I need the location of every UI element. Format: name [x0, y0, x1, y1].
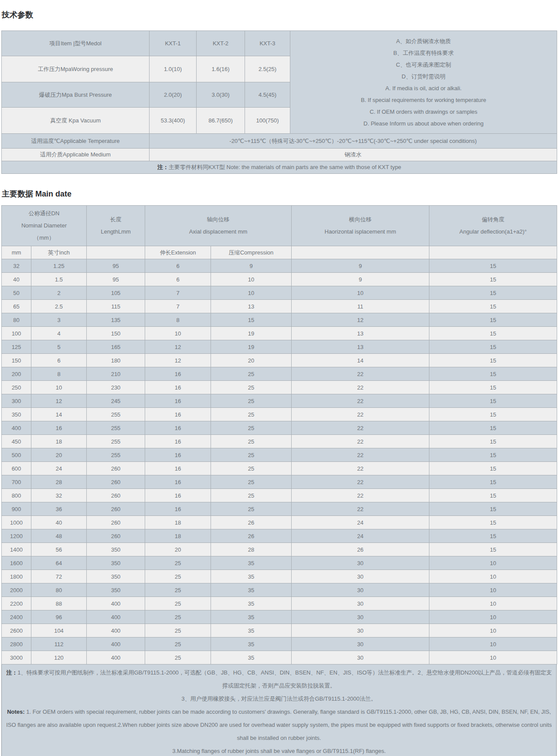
notes-zh-paragraph: 注：1、特殊要求可按用户图纸制作，法兰标准采用GB/T9115.1-2000，可… — [6, 666, 552, 692]
table-cell: 15 — [429, 502, 557, 516]
table-cell: 2800 — [2, 637, 31, 651]
table-cell: 10 — [429, 651, 557, 664]
table-cell: 10 — [429, 610, 557, 624]
table-cell: 16 — [145, 489, 211, 502]
table-cell: 32 — [2, 259, 31, 273]
table-row: 401.595610915 — [2, 273, 557, 286]
header-line: LengthLmm — [88, 226, 143, 238]
subheader-extension: 伸长Extension — [145, 246, 211, 259]
table-cell: 25 — [211, 502, 292, 516]
tech-header-model-kxt3: KXT-3 — [245, 31, 290, 56]
value-cell: 2.0(20) — [150, 82, 197, 108]
table-row: 200821016252215 — [2, 367, 557, 381]
table-cell: 400 — [87, 637, 145, 651]
remark-line: A、如介质钢渣水物质 — [292, 35, 555, 47]
table-row: 7002826016252215 — [2, 475, 557, 489]
tech-header-model-kxt1: KXT-1 — [150, 31, 197, 56]
table-cell: 10 — [429, 624, 557, 637]
table-cell: 150 — [87, 327, 145, 340]
table-cell: 210 — [87, 367, 145, 381]
table-cell: 56 — [31, 543, 87, 556]
tech-header-row: 项目Item |型号Medol KXT-1 KXT-2 KXT-3 A、如介质钢… — [2, 31, 557, 56]
tech-header-item: 项目Item |型号Medol — [2, 31, 150, 56]
table-cell: 35 — [211, 597, 292, 610]
table-cell: 100 — [2, 327, 31, 340]
table-cell: 6 — [145, 273, 211, 286]
table-cell: 22 — [292, 462, 429, 475]
table-row: 22008840025353010 — [2, 597, 557, 610]
table-cell: 20 — [145, 543, 211, 556]
table-cell: 22 — [292, 381, 429, 394]
table-cell: 350 — [87, 570, 145, 583]
header-line: 轴向位移 — [147, 214, 289, 226]
table-cell: 30 — [292, 570, 429, 583]
table-cell: 300 — [2, 394, 31, 408]
table-cell: 25 — [211, 489, 292, 502]
table-cell: 16 — [145, 435, 211, 448]
tech-remark-cell: A、如介质钢渣水物质B、工作温度有特殊要求C、也可来函来图定制D、订货时需说明A… — [290, 31, 557, 134]
table-cell: 1.5 — [31, 273, 87, 286]
table-cell: 10 — [31, 381, 87, 394]
table-cell: 24 — [292, 529, 429, 543]
table-row: 16006435025353010 — [2, 556, 557, 570]
table-cell: 15 — [429, 435, 557, 448]
table-cell: 2400 — [2, 610, 31, 624]
table-cell: 25 — [211, 475, 292, 489]
header-length: 长度 LengthLmm — [87, 206, 145, 246]
table-cell: 15 — [429, 529, 557, 543]
table-cell: 24 — [292, 516, 429, 529]
table-cell: 40 — [2, 273, 31, 286]
table-cell: 150 — [2, 354, 31, 367]
table-cell: 125 — [2, 340, 31, 354]
table-cell: 260 — [87, 489, 145, 502]
table-cell: 35 — [211, 610, 292, 624]
table-cell: 400 — [87, 624, 145, 637]
table-row: 150618012201415 — [2, 354, 557, 367]
header-line: 长度 — [88, 214, 143, 226]
value-cell: 4.5(45) — [245, 82, 290, 108]
table-cell: 16 — [145, 462, 211, 475]
tech-note-text: 主要零件材料同KXT型 Note: the materials of main … — [169, 164, 401, 170]
table-cell: 20 — [211, 354, 292, 367]
table-cell: 16 — [145, 421, 211, 435]
table-cell: 9 — [292, 273, 429, 286]
medium-value: 钢渣水 — [150, 149, 557, 161]
table-cell: 350 — [87, 556, 145, 570]
header-line: 偏转角度 — [431, 214, 555, 226]
table-cell: 15 — [429, 489, 557, 502]
subheader-empty-cell — [429, 246, 557, 259]
table-cell: 1600 — [2, 556, 31, 570]
table-cell: 15 — [429, 367, 557, 381]
table-cell: 9 — [211, 259, 292, 273]
table-cell: 4 — [31, 327, 87, 340]
table-cell: 30 — [292, 637, 429, 651]
table-cell: 30 — [292, 597, 429, 610]
main-header-row: 公称通径DN Nominal Diameter （mm） 长度 LengthLm… — [2, 206, 557, 246]
table-cell: 25 — [211, 367, 292, 381]
notes-zh-text: 1、特殊要求可按用户图纸制作，法兰标准采用GB/T9115.1-2000，可选配… — [17, 669, 552, 689]
table-cell: 1.25 — [31, 259, 87, 273]
table-cell: 10 — [211, 286, 292, 300]
table-cell: 25 — [211, 408, 292, 421]
table-cell: 22 — [292, 448, 429, 462]
table-cell: 26 — [211, 516, 292, 529]
table-cell: 16 — [145, 381, 211, 394]
table-cell: 15 — [429, 394, 557, 408]
table-cell: 25 — [145, 556, 211, 570]
table-cell: 255 — [87, 421, 145, 435]
value-cell: 53.3(400) — [150, 108, 197, 134]
table-cell: 15 — [429, 300, 557, 313]
table-row: 280011240025353010 — [2, 637, 557, 651]
header-angular-deflection: 偏转角度 Angular deflection(a1+a2)° — [429, 206, 557, 246]
table-cell: 260 — [87, 475, 145, 489]
table-cell: 18 — [145, 516, 211, 529]
table-cell: 350 — [2, 408, 31, 421]
notes-en-label: Notes: — [7, 709, 24, 715]
header-line: Angular deflection(a1+a2)° — [431, 226, 555, 238]
table-cell: 12 — [145, 340, 211, 354]
subheader-inch: 英寸inch — [31, 246, 87, 259]
table-cell: 22 — [292, 367, 429, 381]
table-row: 8003226016252215 — [2, 489, 557, 502]
table-row: 9003626016252215 — [2, 502, 557, 516]
header-line: 公称通径DN — [3, 207, 85, 220]
